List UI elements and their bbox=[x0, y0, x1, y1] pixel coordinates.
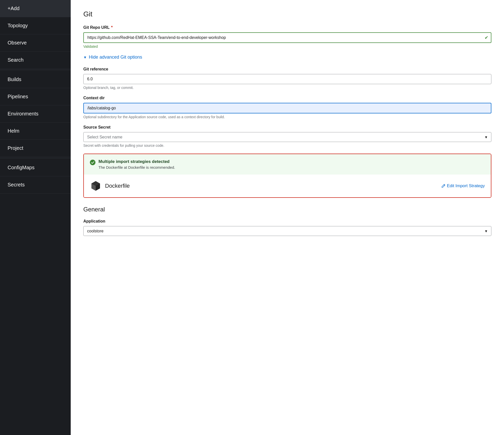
general-section: General Application coolstore ▼ bbox=[83, 206, 491, 236]
git-reference-group: Git reference Optional branch, tag, or c… bbox=[83, 67, 491, 90]
git-repo-url-label: Git Repo URL * bbox=[83, 25, 491, 30]
sidebar-item-builds[interactable]: Builds bbox=[0, 71, 71, 88]
source-secret-helper: Secret with credentials for pulling your… bbox=[83, 143, 491, 148]
sidebar-item-search[interactable]: Search bbox=[0, 52, 71, 69]
application-select-wrapper: coolstore ▼ bbox=[83, 226, 491, 236]
pencil-icon bbox=[441, 184, 445, 188]
dockerfile-icon bbox=[90, 180, 102, 192]
sidebar: +Add Topology Observe Search Builds Pipe… bbox=[0, 0, 71, 435]
git-section-title: Git bbox=[83, 10, 491, 18]
git-repo-url-input[interactable] bbox=[83, 32, 491, 43]
application-group: Application coolstore ▼ bbox=[83, 219, 491, 236]
sidebar-item-topology[interactable]: Topology bbox=[0, 17, 71, 34]
git-reference-label: Git reference bbox=[83, 67, 491, 71]
hide-advanced-git-toggle[interactable]: ▼ Hide advanced Git options bbox=[83, 55, 491, 60]
context-dir-group: Context dir Optional subdirectory for th… bbox=[83, 96, 491, 119]
context-dir-label: Context dir bbox=[83, 96, 491, 100]
sidebar-item-observe[interactable]: Observe bbox=[0, 34, 71, 52]
sidebar-item-configmaps[interactable]: ConfigMaps bbox=[0, 159, 71, 176]
edit-import-strategy-button[interactable]: Edit Import Strategy bbox=[441, 183, 485, 188]
strategy-name: Dockerfile bbox=[90, 180, 130, 192]
strategy-alert-title: Multiple import strategies detected bbox=[98, 159, 175, 164]
sidebar-item-pipelines[interactable]: Pipelines bbox=[0, 88, 71, 105]
strategy-alert: Multiple import strategies detected The … bbox=[84, 154, 491, 175]
import-strategy-box: Multiple import strategies detected The … bbox=[83, 154, 491, 198]
sidebar-item-environments[interactable]: Environments bbox=[0, 105, 71, 123]
git-repo-url-input-wrapper: ✔ bbox=[83, 32, 491, 43]
context-dir-helper: Optional subdirectory for the Applicatio… bbox=[83, 115, 491, 119]
strategy-footer: Dockerfile Edit Import Strategy bbox=[84, 175, 491, 197]
source-secret-label: Source Secret bbox=[83, 125, 491, 130]
main-content: Git Git Repo URL * ✔ Validated ▼ Hide ad… bbox=[71, 0, 504, 435]
sidebar-item-project[interactable]: Project bbox=[0, 140, 71, 157]
validated-text: Validated bbox=[83, 44, 491, 49]
git-repo-url-group: Git Repo URL * ✔ Validated bbox=[83, 25, 491, 49]
context-dir-input[interactable] bbox=[83, 103, 491, 113]
svg-point-0 bbox=[90, 160, 95, 165]
required-indicator: * bbox=[111, 25, 113, 30]
source-secret-select-wrapper: Select Secret name ▼ bbox=[83, 132, 491, 142]
source-secret-select[interactable]: Select Secret name bbox=[83, 132, 491, 142]
git-reference-helper: Optional branch, tag, or commit. bbox=[83, 86, 491, 90]
git-reference-input[interactable] bbox=[83, 74, 491, 84]
strategy-alert-subtitle: The Dockerfile at Dockerfile is recommen… bbox=[98, 165, 175, 170]
application-select[interactable]: coolstore bbox=[83, 226, 491, 236]
sidebar-item-add[interactable]: +Add bbox=[0, 0, 71, 17]
validated-check-icon: ✔ bbox=[485, 35, 488, 40]
strategy-check-icon bbox=[90, 160, 95, 167]
application-label: Application bbox=[83, 219, 491, 224]
sidebar-item-secrets[interactable]: Secrets bbox=[0, 176, 71, 194]
chevron-down-icon: ▼ bbox=[83, 55, 87, 59]
general-section-title: General bbox=[83, 206, 491, 213]
source-secret-group: Source Secret Select Secret name ▼ Secre… bbox=[83, 125, 491, 148]
sidebar-item-helm[interactable]: Helm bbox=[0, 123, 71, 140]
